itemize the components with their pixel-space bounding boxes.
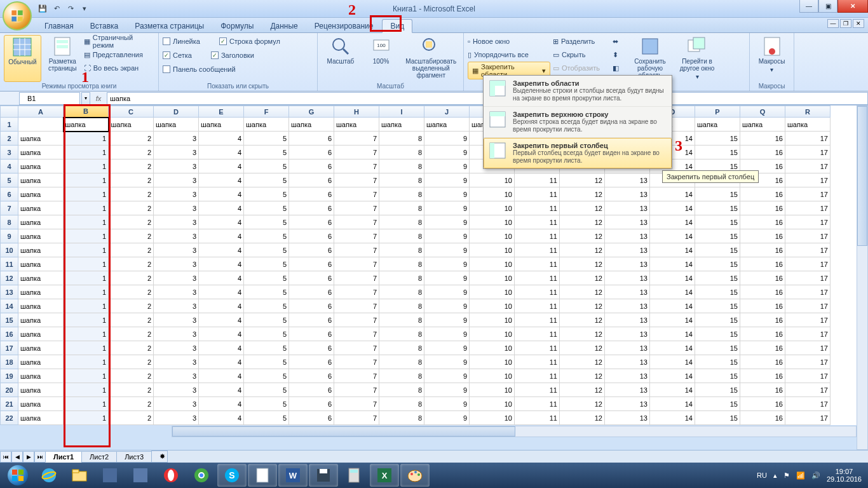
switch-windows-button[interactable]: Перейти в другое окно▾ [675, 35, 719, 82]
cell[interactable]: 14 [650, 411, 695, 425]
cell[interactable]: 17 [785, 243, 831, 257]
cell[interactable]: 10 [470, 187, 515, 201]
taskbar-app1[interactable] [95, 464, 125, 487]
cell[interactable]: 14 [650, 187, 695, 201]
cell[interactable]: 2 [109, 257, 154, 271]
gridlines-checkbox[interactable]: ✓Сетка [163, 49, 192, 62]
row-header[interactable]: 6 [1, 187, 18, 201]
cell[interactable]: 8 [379, 313, 424, 327]
new-sheet-button[interactable]: ✸ [151, 451, 168, 463]
cell[interactable]: 17 [785, 201, 831, 215]
cell[interactable]: 12 [560, 187, 605, 201]
cell[interactable]: 14 [650, 229, 695, 243]
cell[interactable]: 12 [560, 341, 605, 355]
column-header[interactable]: B [64, 106, 109, 118]
formula-bar-checkbox[interactable]: ✓Строка формул [219, 35, 280, 48]
column-header[interactable]: A [18, 106, 64, 118]
sheet-nav-prev[interactable]: ◀ [11, 451, 23, 463]
cell[interactable]: 10 [470, 257, 515, 271]
cell[interactable]: 5 [244, 383, 289, 397]
cell[interactable]: 8 [379, 369, 424, 383]
freeze-top-row-item[interactable]: Закрепить верхнюю строкуВерхняя строка в… [484, 107, 672, 138]
column-header[interactable]: G [289, 106, 334, 118]
tray-clock[interactable]: 19:07 29.10.2016 [827, 468, 862, 483]
cell[interactable]: 13 [605, 369, 650, 383]
cell[interactable]: 14 [650, 299, 695, 313]
freeze-first-column-item[interactable]: Закрепить первый столбецПервый столбец в… [484, 138, 672, 168]
cell[interactable]: 5 [244, 173, 289, 187]
tray-chevron-icon[interactable]: ▴ [773, 471, 777, 480]
taskbar-explorer[interactable] [65, 464, 94, 487]
cell[interactable]: 15 [695, 299, 740, 313]
cell[interactable]: шапка [740, 118, 785, 132]
cell[interactable]: 17 [785, 369, 831, 383]
cell[interactable]: 17 [785, 229, 831, 243]
cell[interactable]: 16 [740, 243, 785, 257]
cell[interactable]: 11 [515, 215, 560, 229]
cell[interactable]: 16 [740, 257, 785, 271]
cell[interactable]: 13 [605, 383, 650, 397]
cell[interactable]: 7 [334, 271, 379, 285]
cell[interactable]: 16 [740, 397, 785, 411]
cell[interactable]: 17 [785, 257, 831, 271]
zoom-button[interactable]: Масштаб [322, 35, 360, 82]
cell[interactable]: 4 [199, 146, 244, 159]
cell[interactable]: 1 [64, 355, 109, 369]
cell[interactable]: 11 [515, 411, 560, 425]
cell[interactable]: 4 [199, 201, 244, 215]
cell[interactable]: 5 [244, 229, 289, 243]
cell[interactable]: 9 [424, 411, 470, 425]
tray-lang[interactable]: RU [757, 471, 767, 479]
cell[interactable]: 16 [740, 383, 785, 397]
cell[interactable]: 8 [379, 355, 424, 369]
sheet-nav-first[interactable]: ⏮ [0, 451, 11, 463]
cell[interactable]: 1 [64, 132, 109, 146]
column-header[interactable]: C [109, 106, 154, 118]
cell[interactable]: шапка [18, 146, 64, 159]
cell[interactable]: 6 [289, 397, 334, 411]
cell[interactable]: 6 [289, 271, 334, 285]
row-header[interactable]: 2 [1, 132, 18, 146]
row-header[interactable]: 21 [1, 397, 18, 411]
cell[interactable]: шапка [18, 299, 64, 313]
cell[interactable]: 7 [334, 411, 379, 425]
row-header[interactable]: 8 [1, 215, 18, 229]
cell[interactable]: 5 [244, 369, 289, 383]
cell[interactable]: 7 [334, 146, 379, 159]
cell[interactable]: 4 [199, 243, 244, 257]
cell[interactable]: 9 [424, 271, 470, 285]
vertical-scrollbar[interactable] [857, 105, 868, 450]
cell[interactable]: 2 [109, 243, 154, 257]
cell[interactable]: 15 [695, 383, 740, 397]
taskbar-paint[interactable] [400, 464, 430, 487]
tray-volume-icon[interactable]: 🔊 [811, 471, 820, 480]
cell[interactable]: 17 [785, 313, 831, 327]
cell[interactable]: 16 [740, 229, 785, 243]
cell[interactable]: шапка [18, 411, 64, 425]
cell[interactable]: 13 [605, 215, 650, 229]
cell[interactable]: 3 [154, 243, 199, 257]
sheet-tab-1[interactable]: Лист1 [45, 451, 82, 463]
cell[interactable]: 3 [154, 383, 199, 397]
cell[interactable]: 14 [650, 383, 695, 397]
cell[interactable]: 10 [470, 369, 515, 383]
cell[interactable]: 15 [695, 229, 740, 243]
fx-button[interactable]: fx [93, 93, 104, 104]
cell[interactable]: 8 [379, 229, 424, 243]
cell[interactable]: 1 [64, 271, 109, 285]
cell[interactable]: шапка [199, 118, 244, 132]
cell[interactable]: 7 [334, 313, 379, 327]
cell[interactable]: 15 [695, 285, 740, 299]
cell[interactable]: 1 [64, 146, 109, 159]
row-header[interactable]: 4 [1, 159, 18, 173]
row-header[interactable]: 3 [1, 146, 18, 159]
cell[interactable]: 15 [695, 215, 740, 229]
sheet-tab-3[interactable]: Лист3 [116, 451, 152, 463]
cell[interactable]: 17 [785, 173, 831, 187]
taskbar-app2[interactable] [126, 464, 155, 487]
cell[interactable]: 7 [334, 383, 379, 397]
cell[interactable]: 11 [515, 355, 560, 369]
cell[interactable]: 16 [740, 215, 785, 229]
cell[interactable]: шапка [18, 313, 64, 327]
cell[interactable]: 3 [154, 146, 199, 159]
